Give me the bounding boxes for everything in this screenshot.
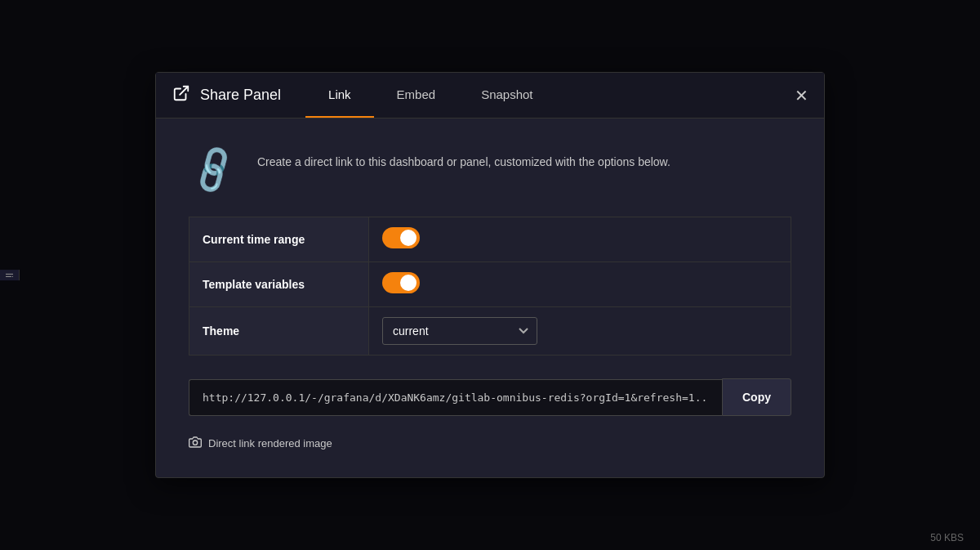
option-label-theme: Theme — [189, 307, 369, 355]
option-control-theme: current dark light — [369, 307, 791, 355]
toggle-current-time-range[interactable] — [382, 227, 420, 248]
direct-link-label: Direct link rendered image — [208, 437, 332, 449]
url-copy-row: Copy — [189, 378, 791, 416]
modal-overlay: li Share Panel Link Embed — [0, 0, 980, 550]
option-row-theme: Theme current dark light — [189, 307, 791, 355]
svg-line-0 — [180, 86, 188, 94]
share-icon — [172, 84, 190, 107]
description-row: 🔗 Create a direct link to this dashboard… — [189, 145, 791, 194]
toggle-thumb-2 — [400, 275, 416, 291]
tab-snapshot[interactable]: Snapshot — [458, 73, 555, 118]
link-icon-wrap: 🔗 — [189, 145, 238, 194]
copy-button[interactable]: Copy — [722, 378, 791, 416]
modal-title-area: Share Panel — [156, 73, 297, 118]
option-label-current-time-range: Current time range — [189, 217, 369, 262]
option-control-current-time-range — [369, 217, 791, 262]
close-icon: ✕ — [795, 86, 808, 105]
tab-link[interactable]: Link — [305, 73, 374, 118]
close-button[interactable]: ✕ — [778, 73, 824, 118]
option-row-current-time-range: Current time range — [189, 217, 791, 262]
url-input[interactable] — [189, 379, 722, 416]
options-table: Current time range T — [189, 217, 791, 355]
direct-link-row[interactable]: Direct link rendered image — [189, 436, 791, 451]
theme-select[interactable]: current dark light — [382, 317, 537, 345]
modal-title: Share Panel — [200, 87, 281, 104]
share-panel-modal: Share Panel Link Embed Snapshot ✕ — [155, 72, 825, 478]
sidebar-hint: li — [0, 270, 20, 281]
toggle-template-variables[interactable] — [382, 272, 420, 293]
modal-body: 🔗 Create a direct link to this dashboard… — [156, 118, 824, 477]
tab-embed[interactable]: Embed — [374, 73, 459, 118]
option-control-template-variables — [369, 262, 791, 307]
svg-point-1 — [193, 440, 197, 445]
camera-icon — [189, 436, 202, 451]
status-bar: 50 KBS — [930, 532, 964, 543]
toggle-thumb — [400, 230, 416, 246]
description-text: Create a direct link to this dashboard o… — [257, 145, 670, 171]
option-label-template-variables: Template variables — [189, 262, 369, 307]
option-row-template-variables: Template variables — [189, 262, 791, 307]
modal-header: Share Panel Link Embed Snapshot ✕ — [156, 73, 824, 118]
link-icon: 🔗 — [185, 141, 242, 197]
tabs-container: Link Embed Snapshot — [305, 73, 555, 118]
